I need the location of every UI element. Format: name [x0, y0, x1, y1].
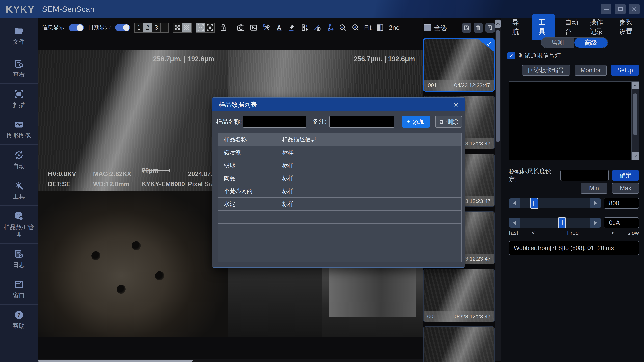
sidebar-item-tools[interactable]: 工具 — [0, 175, 38, 206]
frame-dashed-button[interactable] — [196, 23, 206, 32]
sample-name-input[interactable] — [243, 116, 306, 128]
sidebar-item-log[interactable]: 日志 — [0, 244, 38, 274]
view-3-button[interactable]: 3 — [152, 23, 161, 32]
delete-thumbnails-button[interactable] — [474, 23, 483, 32]
scroll-up-button[interactable] — [495, 20, 501, 28]
frame-solid-icon — [206, 23, 214, 32]
grid-dense-button[interactable] — [182, 23, 191, 32]
scrollbar-thumb[interactable] — [633, 93, 637, 135]
tab-parameter-settings[interactable]: 参数设置 — [619, 18, 639, 36]
second-display-button[interactable]: 2nd — [388, 24, 400, 31]
fit-button[interactable]: Fit — [364, 24, 372, 31]
select-all-checkbox[interactable] — [424, 24, 431, 31]
sidebar-item-scan[interactable]: 扫描 — [0, 84, 38, 114]
tab-tools[interactable]: 工具 — [532, 14, 555, 40]
sidebar-item-window[interactable]: 窗口 — [0, 274, 38, 305]
measure-tape-icon[interactable] — [313, 23, 322, 32]
slider-decrease-button[interactable] — [509, 218, 520, 228]
setup-button[interactable]: Setup — [611, 65, 639, 76]
grid-sparse-button[interactable] — [173, 23, 182, 32]
sidebar-item-auto[interactable]: A 自动 — [0, 145, 38, 175]
info-display-toggle[interactable] — [69, 24, 84, 31]
slider-1-value[interactable]: 800 — [604, 198, 639, 209]
slider-2-value[interactable]: 0uA — [604, 217, 639, 228]
delete-sample-button[interactable]: 删除 — [435, 116, 462, 128]
max-button[interactable]: Max — [612, 183, 639, 194]
screen-scrollbar[interactable] — [631, 82, 639, 160]
svg-text:A: A — [277, 24, 281, 31]
ruler-length-input[interactable] — [560, 170, 609, 181]
zoom-in-icon[interactable] — [351, 23, 360, 32]
sidebar-item-files[interactable]: 文件 — [0, 18, 38, 53]
adjust-tools-icon[interactable] — [262, 23, 270, 32]
table-row[interactable]: 陶瓷 标样 — [218, 172, 461, 185]
viewport-chamber-camera-1[interactable] — [38, 191, 228, 337]
view-4-button[interactable] — [161, 23, 168, 32]
angle-measure-icon[interactable] — [326, 23, 334, 32]
table-row[interactable]: 个梵蒂冈的 标样 — [218, 185, 461, 198]
sidebar-item-view[interactable]: 查看 — [0, 53, 38, 84]
readback-board-button[interactable]: 回读板卡编号 — [522, 65, 570, 76]
ruler-text-icon[interactable] — [300, 23, 309, 32]
date-display-toggle[interactable] — [115, 24, 130, 31]
mode-monitor-button[interactable]: 监测 — [541, 37, 574, 48]
slider-increase-button[interactable] — [590, 198, 601, 208]
zoom-out-icon[interactable] — [338, 23, 347, 32]
save-thumbnails-button[interactable] — [462, 23, 471, 32]
horizontal-scrollbar[interactable] — [38, 359, 422, 362]
scroll-down-button[interactable] — [632, 152, 639, 160]
capture-photo-icon[interactable] — [237, 23, 245, 32]
tab-auto-stage[interactable]: 自动台 — [565, 18, 580, 36]
frame-solid-button[interactable] — [206, 23, 214, 32]
view-1-button[interactable]: 1 — [135, 23, 144, 32]
preview-thumbnails-button[interactable] — [485, 23, 495, 32]
minimize-button[interactable] — [601, 4, 612, 14]
lock-icon[interactable] — [219, 23, 228, 32]
table-row-empty[interactable] — [218, 236, 461, 249]
sidebar-item-graphics[interactable]: 图形图像 — [0, 114, 38, 145]
table-row-empty[interactable] — [218, 223, 461, 236]
mode-advanced-button[interactable]: 高级 — [574, 37, 608, 48]
view-2-button[interactable]: 2 — [144, 23, 152, 32]
save-image-icon[interactable] — [250, 23, 258, 32]
confirm-button[interactable]: 确定 — [612, 170, 639, 181]
monitor-button[interactable]: Monitor — [574, 65, 607, 76]
add-sample-button[interactable]: + 添加 — [402, 116, 430, 128]
value-slider-2[interactable] — [509, 218, 601, 228]
sample-data-modal: 样品数据列表 × 样品名称: 备注: + 添加 删除 样品名称 样品描述信息 碳… — [212, 97, 466, 268]
tab-operation-log[interactable]: 操作记录 — [590, 18, 609, 36]
modal-header[interactable]: 样品数据列表 × — [212, 98, 465, 111]
table-row[interactable]: 碳喷漆 标样 — [218, 146, 461, 159]
tab-navigation[interactable]: 导航 — [512, 18, 522, 36]
thumbnail-scrollbar[interactable] — [495, 19, 501, 361]
horizontal-scrollbar-thumb[interactable] — [38, 360, 193, 362]
signal-checkbox[interactable]: ✓ — [508, 52, 515, 59]
slider-handle[interactable] — [530, 198, 538, 209]
min-button[interactable]: Min — [580, 183, 608, 194]
thumbnail-item[interactable]: 001 04/23 12:23:47 — [423, 269, 495, 322]
slider-increase-button[interactable] — [590, 218, 601, 228]
thumbnail-item[interactable]: ✓ 001 04/23 12:23:47 — [423, 38, 495, 91]
maximize-button[interactable] — [615, 4, 626, 14]
triangle-left-icon — [513, 220, 516, 225]
marker-pen-icon[interactable] — [288, 23, 296, 32]
sidebar-item-sample-data[interactable]: 样品数据管理 — [0, 206, 38, 244]
sidebar-item-help[interactable]: ? 帮助 — [0, 305, 38, 335]
sample-data-icon — [14, 211, 24, 221]
viewport-sem-1[interactable]: 256.7μm. | 192.6μm HV:0.0KV MAG:2.82KX 7… — [38, 50, 228, 191]
modal-close-button[interactable]: × — [454, 100, 458, 109]
split-view-icon[interactable] — [376, 23, 384, 32]
scrollbar-thumb[interactable] — [496, 30, 500, 142]
slider-handle[interactable] — [558, 217, 566, 228]
close-button[interactable]: × — [629, 4, 640, 14]
remark-input[interactable] — [330, 116, 394, 128]
table-row-empty[interactable] — [218, 249, 461, 262]
slider-decrease-button[interactable] — [509, 198, 520, 208]
table-row-empty[interactable] — [218, 211, 461, 223]
table-row[interactable]: 水泥 标样 — [218, 198, 461, 211]
text-annotation-icon[interactable]: A — [275, 23, 283, 32]
thumbnail-item[interactable]: 001 04/23 12:23:47 — [423, 327, 495, 362]
scroll-up-button[interactable] — [632, 82, 639, 89]
table-row[interactable]: 锡球 标样 — [218, 159, 461, 172]
value-slider-1[interactable] — [509, 198, 601, 208]
